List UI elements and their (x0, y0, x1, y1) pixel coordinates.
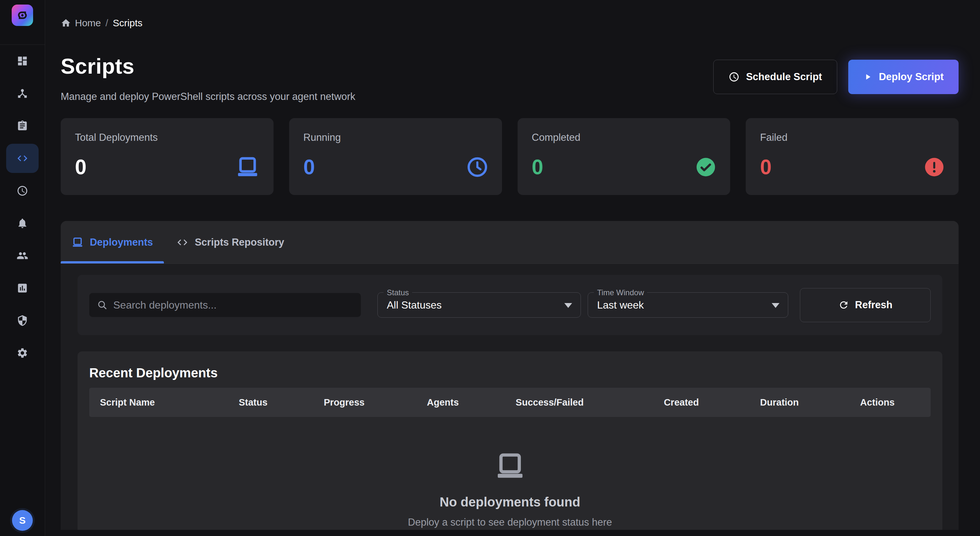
column-header-actions: Actions (850, 397, 931, 408)
chevron-down-icon (772, 303, 780, 308)
tab-deployments-label: Deployments (90, 237, 153, 248)
search-box (89, 293, 361, 317)
user-avatar[interactable]: S (12, 510, 33, 531)
breadcrumb-home-label: Home (75, 17, 101, 29)
time-window-select[interactable]: Time Window Last week (588, 292, 788, 318)
clipboard-icon (17, 120, 28, 132)
sidebar-item-reports[interactable] (6, 272, 39, 304)
search-input[interactable] (113, 299, 353, 311)
page-header: Scripts Manage and deploy PowerShell scr… (61, 54, 959, 103)
search-icon (97, 300, 107, 310)
column-header-script-name: Script Name (89, 397, 228, 408)
stat-label: Completed (532, 132, 716, 143)
breadcrumb-current: Scripts (113, 17, 142, 29)
clock-icon (729, 72, 740, 83)
stat-value: 0 (75, 155, 87, 179)
deploy-script-label: Deploy Script (879, 71, 943, 83)
gear-icon (17, 347, 28, 359)
sidebar-item-dashboard[interactable] (6, 45, 39, 77)
avatar-initial: S (19, 515, 25, 526)
deployments-table-header: Script Name Status Progress Agents Succe… (89, 388, 931, 417)
refresh-icon (838, 299, 849, 310)
column-header-progress: Progress (313, 397, 416, 408)
status-select-label: Status (383, 288, 412, 297)
filter-panel: Status All Statuses Time Window Last wee… (78, 275, 942, 335)
stat-card-completed: Completed 0 (518, 118, 730, 195)
recent-deployments-heading: Recent Deployments (89, 366, 931, 380)
tab-deployments[interactable]: Deployments (61, 221, 164, 264)
sidebar-item-network[interactable] (6, 77, 39, 110)
stat-value: 0 (532, 155, 544, 179)
scripts-page: S Home / Scripts Scripts Manage and depl… (0, 0, 980, 536)
sidebar-item-notifications[interactable] (6, 207, 39, 239)
code-icon (17, 153, 28, 164)
sidebar-item-security[interactable] (6, 304, 39, 337)
refresh-button[interactable]: Refresh (800, 288, 931, 322)
stats-row: Total Deployments 0 Running 0 (61, 118, 959, 195)
code-icon (177, 237, 188, 248)
empty-state-subtitle: Deploy a script to see deployment status… (89, 517, 931, 528)
page-header-text: Scripts Manage and deploy PowerShell scr… (61, 54, 355, 103)
stat-label: Running (304, 132, 488, 143)
breadcrumb: Home / Scripts (61, 17, 959, 29)
clock-icon (17, 185, 28, 197)
column-header-duration: Duration (749, 397, 849, 408)
clock-icon (467, 157, 488, 178)
breadcrumb-separator: / (105, 17, 108, 29)
page-title: Scripts (61, 54, 355, 78)
recent-deployments-panel: Recent Deployments Script Name Status Pr… (78, 352, 942, 530)
laptop-icon (89, 453, 931, 480)
bell-icon (17, 217, 28, 229)
home-icon (61, 18, 71, 28)
stat-card-failed: Failed 0 (746, 118, 959, 195)
empty-state-title: No deployments found (89, 495, 931, 509)
header-actions: Schedule Script Deploy Script (713, 60, 959, 103)
empty-state: No deployments found Deploy a script to … (89, 453, 931, 528)
sidebar-item-schedule[interactable] (6, 175, 39, 207)
time-window-select-value: Last week (597, 299, 644, 311)
deployments-tab-panel: Status All Statuses Time Window Last wee… (61, 264, 959, 530)
status-select-value: All Statuses (387, 299, 442, 311)
stat-card-total-deployments: Total Deployments 0 (61, 118, 274, 195)
laptop-icon (236, 157, 259, 177)
stat-label: Failed (760, 132, 944, 143)
play-icon (863, 72, 872, 81)
sidebar-item-agents[interactable] (6, 239, 39, 272)
status-select[interactable]: Status All Statuses (377, 292, 581, 318)
laptop-icon (72, 237, 83, 248)
time-window-select-label: Time Window (594, 288, 647, 297)
error-circle-icon (924, 157, 944, 177)
page-subtitle: Manage and deploy PowerShell scripts acr… (61, 91, 355, 103)
column-header-created: Created (653, 397, 749, 408)
chart-icon (17, 282, 28, 294)
stat-card-running: Running 0 (289, 118, 502, 195)
shield-icon (17, 315, 28, 326)
schedule-script-button[interactable]: Schedule Script (713, 60, 837, 94)
check-circle-icon (696, 157, 716, 177)
sidebar: S (0, 0, 45, 536)
deploy-script-button[interactable]: Deploy Script (848, 60, 959, 94)
breadcrumb-home-link[interactable]: Home (61, 17, 101, 29)
stat-value: 0 (304, 155, 315, 179)
sidebar-item-scripts[interactable] (6, 144, 39, 173)
column-header-status: Status (228, 397, 313, 408)
refresh-button-label: Refresh (855, 299, 892, 311)
deployments-card: Deployments Scripts Repository Status (61, 221, 959, 530)
sidebar-nav (6, 45, 39, 369)
app-logo[interactable] (12, 5, 33, 26)
sidebar-item-tasks[interactable] (6, 110, 39, 142)
sidebar-item-settings[interactable] (6, 337, 39, 369)
stat-label: Total Deployments (75, 132, 259, 143)
chevron-down-icon (564, 303, 572, 308)
column-header-success-failed: Success/Failed (505, 397, 653, 408)
hub-icon (17, 87, 28, 99)
main-content: Home / Scripts Scripts Manage and deploy… (45, 0, 980, 536)
tab-scripts-repository-label: Scripts Repository (195, 237, 284, 248)
tab-bar: Deployments Scripts Repository (61, 221, 959, 264)
tab-scripts-repository[interactable]: Scripts Repository (164, 221, 297, 264)
stat-value: 0 (760, 155, 772, 179)
schedule-script-label: Schedule Script (746, 71, 822, 83)
dashboard-icon (17, 55, 28, 67)
brand-s-glyph (15, 8, 30, 23)
column-header-agents: Agents (416, 397, 505, 408)
